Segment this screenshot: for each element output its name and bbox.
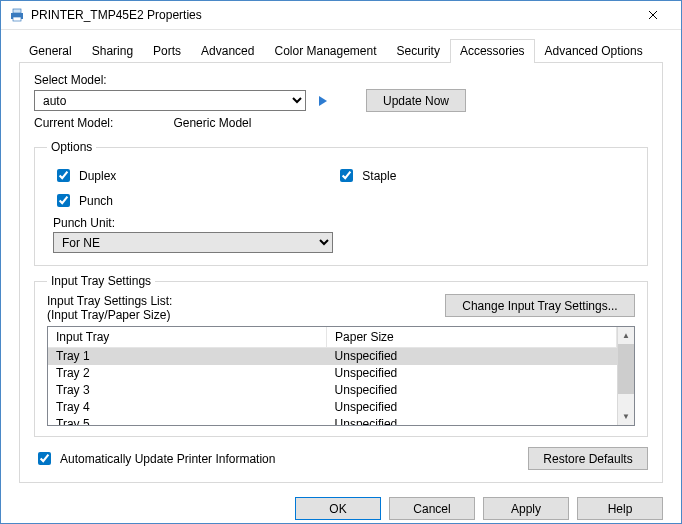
current-model-label: Current Model: bbox=[34, 116, 113, 130]
cell-tray: Tray 1 bbox=[48, 348, 327, 365]
punch-input[interactable] bbox=[57, 194, 70, 207]
svg-rect-1 bbox=[13, 9, 21, 13]
table-row[interactable]: Tray 1Unspecified bbox=[48, 348, 617, 365]
cell-size: Unspecified bbox=[327, 382, 617, 399]
scroll-down-icon[interactable]: ▼ bbox=[618, 408, 634, 425]
col-input-tray[interactable]: Input Tray bbox=[48, 327, 327, 348]
table-row[interactable]: Tray 2Unspecified bbox=[48, 365, 617, 382]
tab-panel-accessories: Select Model: auto Update Now Current Mo… bbox=[19, 62, 663, 483]
tab-sharing[interactable]: Sharing bbox=[82, 39, 143, 63]
auto-update-checkbox[interactable]: Automatically Update Printer Information bbox=[34, 449, 275, 468]
table-row[interactable]: Tray 4Unspecified bbox=[48, 399, 617, 416]
options-group: Options Duplex Staple Punch Punch Unit: bbox=[34, 140, 648, 266]
tray-scrollbar[interactable]: ▲ ▼ bbox=[617, 327, 634, 425]
titlebar: PRINTER_TMP45E2 Properties bbox=[1, 1, 681, 30]
cell-tray: Tray 2 bbox=[48, 365, 327, 382]
apply-button[interactable]: Apply bbox=[483, 497, 569, 520]
tab-security[interactable]: Security bbox=[387, 39, 450, 63]
punch-unit-combo[interactable]: For NE bbox=[53, 232, 333, 253]
tab-accessories[interactable]: Accessories bbox=[450, 39, 535, 63]
tab-advanced[interactable]: Advanced bbox=[191, 39, 264, 63]
cell-size: Unspecified bbox=[327, 399, 617, 416]
help-button[interactable]: Help bbox=[577, 497, 663, 520]
tray-legend: Input Tray Settings bbox=[47, 274, 155, 288]
tray-list-label: Input Tray Settings List: bbox=[47, 294, 172, 308]
auto-update-input[interactable] bbox=[38, 452, 51, 465]
col-paper-size[interactable]: Paper Size bbox=[327, 327, 617, 348]
tray-group: Input Tray Settings Input Tray Settings … bbox=[34, 274, 648, 437]
scroll-track[interactable] bbox=[618, 394, 634, 408]
printer-icon bbox=[9, 7, 25, 23]
duplex-input[interactable] bbox=[57, 169, 70, 182]
staple-checkbox[interactable]: Staple bbox=[336, 166, 396, 185]
table-row[interactable]: Tray 5Unspecified bbox=[48, 416, 617, 426]
select-model-label: Select Model: bbox=[34, 73, 648, 87]
restore-defaults-button[interactable]: Restore Defaults bbox=[528, 447, 648, 470]
ok-button[interactable]: OK bbox=[295, 497, 381, 520]
staple-input[interactable] bbox=[340, 169, 353, 182]
tab-strip: General Sharing Ports Advanced Color Man… bbox=[1, 30, 681, 62]
update-now-button[interactable]: Update Now bbox=[366, 89, 466, 112]
options-legend: Options bbox=[47, 140, 96, 154]
dialog-buttons: OK Cancel Apply Help bbox=[1, 491, 681, 524]
tab-advanced-options[interactable]: Advanced Options bbox=[535, 39, 653, 63]
cell-size: Unspecified bbox=[327, 365, 617, 382]
cell-tray: Tray 3 bbox=[48, 382, 327, 399]
tray-table: Input Tray Paper Size Tray 1UnspecifiedT… bbox=[47, 326, 635, 426]
duplex-checkbox[interactable]: Duplex bbox=[53, 166, 116, 185]
scroll-up-icon[interactable]: ▲ bbox=[618, 327, 634, 344]
play-icon[interactable] bbox=[314, 92, 332, 110]
close-button[interactable] bbox=[633, 1, 673, 29]
tab-general[interactable]: General bbox=[19, 39, 82, 63]
cell-tray: Tray 5 bbox=[48, 416, 327, 426]
tab-color-management[interactable]: Color Management bbox=[264, 39, 386, 63]
current-model-value: Generic Model bbox=[173, 116, 251, 130]
tray-rows: Tray 1UnspecifiedTray 2UnspecifiedTray 3… bbox=[48, 348, 617, 426]
scroll-thumb[interactable] bbox=[618, 344, 634, 394]
window-title: PRINTER_TMP45E2 Properties bbox=[31, 8, 633, 22]
tab-ports[interactable]: Ports bbox=[143, 39, 191, 63]
cell-size: Unspecified bbox=[327, 348, 617, 365]
punch-checkbox[interactable]: Punch bbox=[53, 191, 113, 210]
cell-tray: Tray 4 bbox=[48, 399, 327, 416]
cell-size: Unspecified bbox=[327, 416, 617, 426]
properties-window: PRINTER_TMP45E2 Properties General Shari… bbox=[0, 0, 682, 524]
punch-unit-label: Punch Unit: bbox=[53, 216, 635, 230]
table-row[interactable]: Tray 3Unspecified bbox=[48, 382, 617, 399]
select-model-combo[interactable]: auto bbox=[34, 90, 306, 111]
cancel-button[interactable]: Cancel bbox=[389, 497, 475, 520]
svg-rect-2 bbox=[13, 17, 21, 21]
change-tray-button[interactable]: Change Input Tray Settings... bbox=[445, 294, 635, 317]
tray-list-sub: (Input Tray/Paper Size) bbox=[47, 308, 172, 322]
